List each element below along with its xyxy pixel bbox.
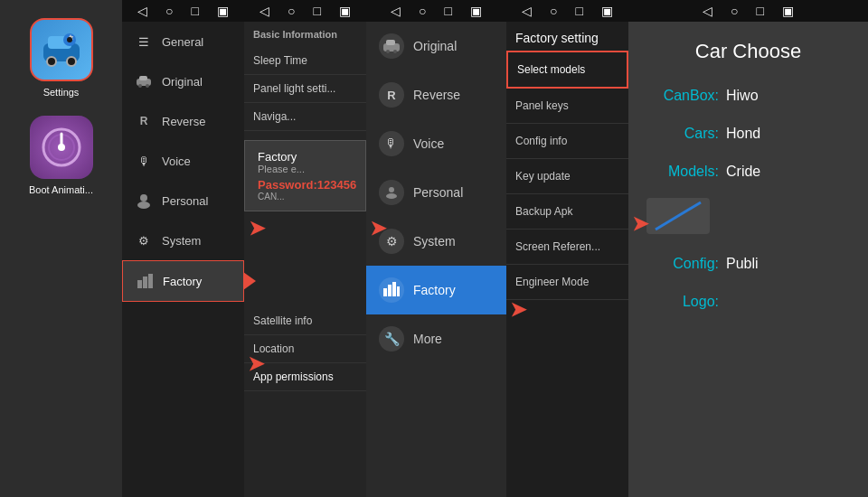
svg-rect-25 <box>388 285 392 296</box>
canbox-label: CanBox: <box>646 88 719 104</box>
factory-menu-reverse[interactable]: R Reverse <box>366 70 506 119</box>
home-icon-6: ○ <box>731 4 738 18</box>
select-models-item[interactable]: Select models <box>506 51 628 89</box>
nav-bar-2: ◁ ○ □ ▣ <box>122 0 244 22</box>
svg-rect-16 <box>143 277 147 288</box>
config-info-item[interactable]: Config info <box>506 124 628 159</box>
personal-label: Personal <box>162 194 208 208</box>
panel-light-item[interactable]: Panel light setti... <box>244 75 366 103</box>
arrow-indicator-2: ➤ <box>248 352 264 376</box>
panel-keys-item[interactable]: Panel keys <box>506 89 628 124</box>
factory-arrow <box>243 272 256 290</box>
svg-rect-27 <box>397 286 400 296</box>
models-label: Models: <box>646 164 719 180</box>
voice-label: Voice <box>162 155 191 168</box>
factory-menu-factory[interactable]: Factory <box>366 266 506 314</box>
satellite-info-item[interactable]: Satellite info <box>244 307 366 335</box>
menu-voice[interactable]: 🎙 Voice <box>122 141 244 181</box>
sleep-time-item[interactable]: Sleep Time <box>244 47 366 75</box>
back-icon-6: ◁ <box>703 4 712 18</box>
navigate-item[interactable]: Naviga... <box>244 103 366 131</box>
screen-ref-item[interactable]: Screen Referen... <box>506 230 628 265</box>
sub-settings-panel: ◁ ○ □ ▣ Basic Information Sleep Time Pan… <box>244 0 366 497</box>
menu-reverse[interactable]: R Reverse <box>122 101 244 141</box>
right-arrow-icon-4: ➤ <box>510 298 526 321</box>
menu-icon-5: ▣ <box>601 4 613 18</box>
logo-label: Logo: <box>646 294 719 310</box>
menu-icon-4: ▣ <box>470 4 482 18</box>
config-info-label: Config info <box>515 135 567 147</box>
menu-general[interactable]: ☰ General <box>122 22 244 61</box>
menu-icon-6: ▣ <box>782 4 794 18</box>
right-arrow-icon: ➤ <box>248 352 264 375</box>
key-update-item[interactable]: Key update <box>506 159 628 194</box>
svg-point-22 <box>389 187 394 192</box>
factory-menu-original[interactable]: Original <box>366 22 506 70</box>
svg-point-5 <box>67 37 72 42</box>
home-icon: ○ <box>165 4 173 18</box>
arrow-indicator-3b: ➤ <box>249 217 265 240</box>
svg-rect-26 <box>392 282 396 296</box>
fm-voice-label: Voice <box>413 136 444 151</box>
svg-point-12 <box>146 84 149 88</box>
nav-bar-5: ◁ ○ □ ▣ <box>506 0 628 22</box>
car-choose-panel: ◁ ○ □ ▣ Car Choose CanBox: Hiwo Cars: Ho… <box>628 0 868 497</box>
factory-menu-voice[interactable]: 🎙 Voice <box>366 119 506 168</box>
reverse-icon: R <box>135 112 153 130</box>
fm-voice-icon: 🎙 <box>379 131 404 156</box>
svg-rect-15 <box>137 280 142 288</box>
settings-app[interactable]: Settings <box>30 18 93 98</box>
general-label: General <box>162 35 203 49</box>
backup-apk-item[interactable]: Backup Apk <box>506 194 628 230</box>
original-icon <box>135 72 153 90</box>
factory-overlay-label: Factory <box>258 150 353 164</box>
factory-menu-system[interactable]: ⚙ System <box>366 217 506 266</box>
nav-bar-3: ◁ ○ □ ▣ <box>244 0 366 22</box>
engineer-mode-item[interactable]: Engineer Mode <box>506 265 628 300</box>
svg-point-3 <box>67 57 76 66</box>
svg-rect-17 <box>148 274 153 288</box>
system-label: System <box>162 234 201 248</box>
models-value: Cride <box>726 164 760 180</box>
original-label: Original <box>162 75 203 89</box>
nav-bar-6: ◁ ○ □ ▣ <box>628 0 868 22</box>
svg-point-13 <box>140 194 147 202</box>
menu-factory[interactable]: Factory <box>122 260 244 302</box>
recents-icon-6: □ <box>757 4 764 18</box>
svg-rect-10 <box>139 76 147 80</box>
svg-point-23 <box>386 193 397 199</box>
fm-reverse-icon: R <box>379 82 404 108</box>
factory-icon <box>136 272 154 290</box>
boot-label: Boot Animati... <box>29 184 93 195</box>
fm-more-label: More <box>413 332 442 346</box>
logo-row: Logo: <box>628 283 868 321</box>
factory-menu-more[interactable]: 🔧 More <box>366 314 506 363</box>
panel-keys-label: Panel keys <box>515 99 569 112</box>
menu-system[interactable]: ⚙ System <box>122 220 244 260</box>
arrow-indicator-4: ➤ <box>510 298 526 322</box>
can-text: CAN... <box>258 192 353 202</box>
please-enter: Please e... <box>258 164 353 174</box>
menu-original[interactable]: Original <box>122 61 244 101</box>
recents-icon-4: □ <box>445 4 452 18</box>
recents-icon-3: □ <box>314 4 321 18</box>
voice-icon: 🎙 <box>135 152 153 170</box>
fm-factory-icon <box>379 277 404 303</box>
screen-ref-label: Screen Referen... <box>515 240 600 253</box>
boot-app[interactable]: Boot Animati... <box>29 116 93 195</box>
menu-personal[interactable]: Personal <box>122 181 244 220</box>
fm-reverse-label: Reverse <box>413 88 460 102</box>
car-visual-area <box>628 191 868 245</box>
cars-row: Cars: Hond <box>628 115 868 153</box>
fm-original-icon <box>379 33 404 59</box>
factory-menu-personal[interactable]: Personal <box>366 168 506 217</box>
key-update-label: Key update <box>515 170 571 183</box>
svg-point-20 <box>386 50 390 53</box>
fm-more-icon: 🔧 <box>379 326 404 352</box>
fm-personal-label: Personal <box>413 185 463 200</box>
password-display: Password:123456 <box>258 178 353 192</box>
cars-label: Cars: <box>646 126 719 142</box>
sub-items-bottom: Satellite info Location App permissions <box>244 307 366 391</box>
factory-password-overlay: Factory Please e... Password:123456 CAN.… <box>244 140 366 211</box>
cars-value: Hond <box>726 126 760 142</box>
